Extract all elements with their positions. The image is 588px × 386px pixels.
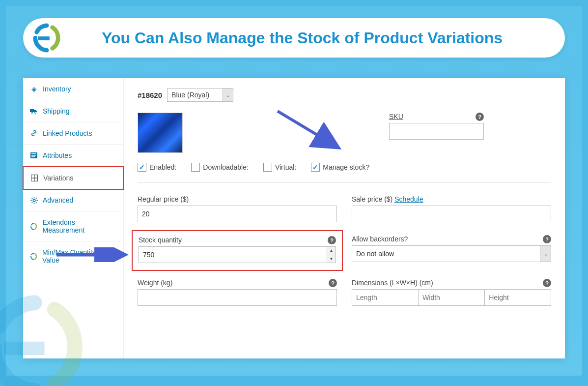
checkbox-icon — [191, 163, 200, 172]
svg-point-2 — [31, 112, 32, 113]
weight-label: Weight (kg) — [138, 279, 337, 287]
checkbox-label: Manage stock? — [323, 163, 369, 171]
dimensions-label: Dimensions (L×W×H) (cm) — [352, 279, 551, 287]
help-icon[interactable]: ? — [543, 235, 551, 243]
dimension-width-input[interactable] — [418, 289, 484, 306]
sidebar-item-label: Linked Products — [43, 129, 92, 137]
checkbox-icon — [263, 163, 272, 172]
sale-price-label: Sale price ($) Schedule — [352, 195, 551, 203]
extendons-logo — [30, 22, 63, 54]
header-banner: You Can Also Manage the Stock of Product… — [23, 18, 565, 58]
help-icon[interactable]: ? — [543, 279, 551, 287]
sidebar-item-label: Min/Max Quantity & Value — [42, 248, 116, 264]
diamond-icon: ◈ — [30, 85, 38, 93]
variation-image-thumbnail[interactable] — [138, 113, 183, 153]
list-icon — [30, 152, 38, 158]
regular-price-input[interactable] — [138, 206, 337, 222]
checkbox-label: Downloadable: — [203, 163, 249, 171]
sku-input[interactable] — [389, 123, 484, 140]
downloadable-checkbox[interactable]: Downloadable: — [191, 163, 249, 172]
sidebar-item-label: Attributes — [43, 151, 72, 159]
sidebar-item-label: Extendons Measurement — [42, 218, 116, 234]
enabled-checkbox[interactable]: ✓ Enabled: — [138, 163, 176, 172]
sidebar-item-attributes[interactable]: Attributes — [23, 145, 123, 167]
help-icon[interactable]: ? — [476, 113, 484, 121]
svg-point-11 — [33, 199, 35, 202]
sidebar-item-label: Variations — [43, 174, 73, 182]
truck-icon — [30, 108, 38, 114]
stock-quantity-highlight: ? Stock quantity ▲▼ — [132, 230, 343, 271]
regular-price-label: Regular price ($) — [138, 195, 337, 203]
variation-content: #18620 ⌄ ? SKU — [124, 78, 565, 358]
sidebar-item-label: Shipping — [43, 107, 70, 115]
sidebar-item-linked-products[interactable]: Linked Products — [23, 122, 123, 145]
sidebar-item-label: Advanced — [43, 196, 73, 204]
backorders-value[interactable] — [352, 245, 551, 262]
page-title: You Can Also Manage the Stock of Product… — [102, 29, 503, 47]
sidebar-item-minmax[interactable]: Min/Max Quantity & Value — [23, 241, 123, 271]
sale-price-input[interactable] — [352, 206, 551, 222]
sidebar-item-variations[interactable]: Variations — [23, 166, 124, 190]
extendons-icon — [30, 253, 37, 260]
help-icon[interactable]: ? — [329, 279, 337, 287]
grid-icon — [30, 175, 38, 181]
chevron-down-icon[interactable]: ⌄ — [223, 88, 233, 102]
sidebar-item-advanced[interactable]: Advanced — [23, 189, 123, 211]
extendons-icon — [30, 223, 37, 230]
help-icon[interactable]: ? — [328, 236, 336, 244]
svg-rect-0 — [38, 36, 50, 40]
manage-stock-checkbox[interactable]: ✓ Manage stock? — [311, 163, 369, 172]
product-data-panel: ◈ Inventory Shipping Linked Products At — [23, 78, 565, 358]
dimension-length-input[interactable] — [352, 289, 418, 306]
svg-point-3 — [34, 112, 36, 113]
sidebar-item-extendons-measurement[interactable]: Extendons Measurement — [23, 211, 123, 241]
schedule-link[interactable]: Schedule — [394, 195, 423, 203]
checkbox-label: Enabled: — [149, 163, 176, 171]
gear-icon — [30, 197, 38, 204]
sidebar-item-label: Inventory — [43, 85, 71, 93]
variation-id: #18620 — [138, 91, 162, 99]
product-data-tabs: ◈ Inventory Shipping Linked Products At — [23, 78, 124, 358]
chevron-down-icon[interactable]: ⌄ — [540, 246, 551, 262]
checkbox-icon: ✓ — [138, 163, 146, 172]
backorders-label: Allow backorders? — [352, 235, 551, 243]
link-icon — [30, 130, 38, 137]
svg-rect-5 — [31, 153, 36, 154]
checkbox-label: Virtual: — [275, 163, 296, 171]
chevron-up-icon[interactable]: ▲ — [327, 247, 336, 255]
sidebar-item-shipping[interactable]: Shipping — [23, 100, 123, 122]
virtual-checkbox[interactable]: Virtual: — [263, 163, 296, 172]
svg-rect-7 — [31, 156, 35, 157]
checkbox-icon: ✓ — [311, 163, 320, 172]
sku-label: SKU — [389, 113, 484, 120]
chevron-down-icon[interactable]: ▼ — [327, 255, 336, 263]
backorders-select[interactable]: ⌄ — [352, 245, 551, 262]
weight-input[interactable] — [138, 289, 337, 306]
dimension-height-input[interactable] — [484, 289, 551, 306]
number-spinner[interactable]: ▲▼ — [327, 247, 336, 263]
stock-quantity-input[interactable] — [139, 246, 336, 263]
svg-rect-6 — [31, 155, 36, 156]
stock-quantity-label: Stock quantity — [139, 236, 336, 244]
sidebar-item-inventory[interactable]: ◈ Inventory — [23, 78, 123, 100]
attribute-select[interactable]: ⌄ — [167, 88, 233, 102]
